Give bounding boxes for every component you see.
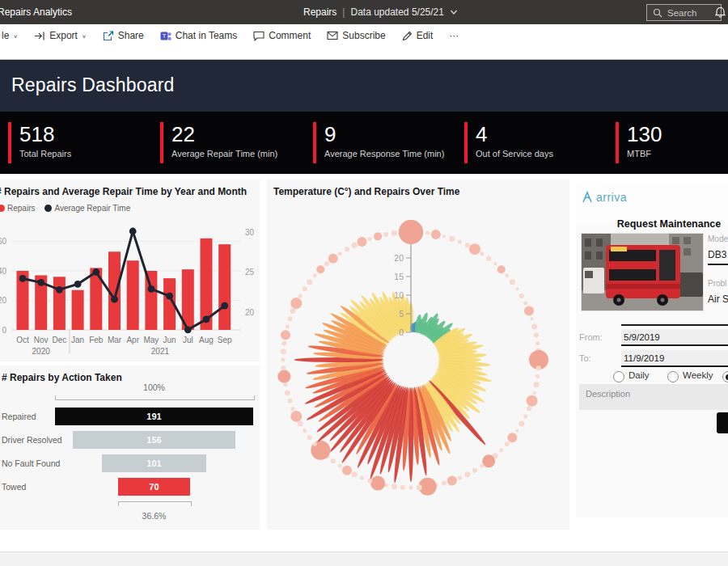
line-point-apr[interactable] [129, 228, 137, 235]
repairs-ring-dot[interactable] [442, 234, 446, 238]
repairs-ring-dot[interactable] [417, 484, 422, 490]
funnel-bar-no-fault-found[interactable]: 101 [102, 454, 207, 472]
repairs-ring-dot[interactable] [290, 411, 302, 422]
repairs-ring-dot[interactable] [515, 429, 518, 433]
repairs-ring-dot[interactable] [425, 231, 430, 235]
repairs-ring-dot[interactable] [480, 251, 484, 256]
repairs-ring-dot[interactable] [281, 365, 286, 370]
repairs-ring-dot[interactable] [284, 382, 288, 386]
repairs-ring-dot[interactable] [281, 340, 286, 345]
repairs-ring-dot[interactable] [313, 273, 317, 277]
menu-comment[interactable]: Comment [245, 24, 319, 47]
search-input[interactable]: Search [646, 4, 722, 21]
repairs-ring-dot[interactable] [316, 265, 324, 273]
description-input[interactable]: Description [579, 384, 728, 410]
repairs-ring-dot[interactable] [505, 441, 510, 446]
repairs-ring-dot[interactable] [409, 486, 413, 490]
repairs-ring-dot[interactable] [374, 232, 382, 240]
menu-export[interactable]: Export∨ [26, 24, 95, 47]
repairs-ring-dot[interactable] [358, 237, 367, 247]
repairs-ring-dot[interactable] [360, 475, 364, 479]
repairs-ring-dot[interactable] [464, 471, 470, 477]
repairs-ring-dot[interactable] [482, 454, 495, 467]
repairs-ring-dot[interactable] [298, 421, 303, 427]
notifications-button[interactable] [715, 6, 726, 18]
repairs-ring-dot[interactable] [449, 236, 455, 242]
repairs-ring-dot[interactable] [287, 316, 292, 321]
repairs-ring-dot[interactable] [458, 475, 462, 479]
problem-value[interactable]: Air S [708, 294, 728, 305]
repairs-ring-dot[interactable] [290, 298, 302, 309]
radio-monthly[interactable] [722, 371, 728, 382]
menu-more-options[interactable]: ··· [441, 24, 467, 47]
repairs-ring-dot[interactable] [338, 464, 342, 468]
repairs-ring-dot[interactable] [324, 261, 329, 266]
repairs-ring-dot[interactable] [505, 273, 509, 277]
repairs-ring-dot[interactable] [469, 243, 480, 255]
repairs-ring-dot[interactable] [480, 464, 484, 468]
submit-button[interactable] [717, 412, 728, 433]
repairs-ring-dot[interactable] [313, 442, 317, 446]
repairs-ring-dot[interactable] [342, 466, 352, 475]
repairs-ring-dot[interactable] [392, 230, 397, 236]
repairs-ring-dot[interactable] [536, 365, 541, 370]
repairs-ring-dot[interactable] [527, 395, 538, 407]
avg-repair-time-line[interactable] [23, 231, 225, 330]
repairs-ring-dot[interactable] [534, 332, 539, 337]
line-point-oct[interactable] [19, 275, 27, 282]
repairs-ring-dot[interactable] [352, 471, 358, 477]
repairs-ring-dot[interactable] [298, 294, 303, 298]
repairs-ring-dot[interactable] [277, 370, 290, 383]
repairs-ring-dot[interactable] [367, 479, 372, 484]
repairs-ring-dot[interactable] [290, 308, 296, 314]
repairs-ring-dot[interactable] [523, 302, 527, 306]
model-value[interactable]: DB3 [708, 249, 726, 260]
bar-jan[interactable] [72, 290, 84, 330]
repairs-ring-dot[interactable] [328, 254, 338, 264]
repairs-ring-dot[interactable] [510, 279, 515, 285]
repairs-ring-dot[interactable] [281, 330, 290, 340]
radio-weekly[interactable] [667, 371, 679, 382]
repairs-ring-dot[interactable] [307, 279, 312, 285]
bar-mar[interactable] [108, 251, 121, 330]
combo-chart[interactable]: 6040200202530OctNovDecJanFebMarAprMayJun… [0, 213, 260, 366]
line-point-jul[interactable] [184, 326, 192, 333]
menu-share[interactable]: Share [95, 24, 152, 47]
repairs-ring-dot-top[interactable] [399, 220, 423, 244]
line-point-mar[interactable] [111, 296, 118, 303]
repairs-ring-dot[interactable] [400, 485, 405, 490]
repairs-ring-dot[interactable] [442, 481, 447, 486]
line-point-nov[interactable] [37, 279, 44, 286]
repairs-ring-dot[interactable] [281, 358, 286, 362]
repairs-ring-dot[interactable] [465, 243, 470, 247]
repairs-ring-dot[interactable] [515, 287, 518, 290]
repairs-ring-dot[interactable] [307, 435, 312, 440]
repairs-ring-dot[interactable] [331, 458, 336, 463]
repairs-ring-dot[interactable] [523, 414, 527, 418]
line-point-dec[interactable] [56, 286, 63, 294]
radial-chart[interactable]: 05101520 [267, 197, 569, 529]
line-point-jun[interactable] [166, 293, 173, 300]
repairs-ring-dot[interactable] [352, 243, 358, 248]
bar-apr[interactable] [127, 260, 139, 330]
repairs-ring-dot[interactable] [338, 251, 342, 256]
menu-file[interactable]: le∨ [0, 24, 26, 47]
funnel-bar-driver-resolved[interactable]: 156 [73, 431, 235, 449]
repairs-ring-dot[interactable] [527, 406, 531, 411]
repairs-ring-dot[interactable] [497, 265, 506, 273]
repairs-ring-dot[interactable] [431, 230, 441, 239]
repairs-ring-dot[interactable] [531, 324, 537, 330]
bar-may[interactable] [145, 271, 157, 330]
data-updated[interactable]: Data updated 5/25/21 [350, 6, 443, 18]
repairs-ring-dot[interactable] [368, 237, 372, 241]
bar-sep[interactable] [218, 244, 231, 330]
menu-subscribe[interactable]: Subscribe [319, 24, 393, 47]
line-point-aug[interactable] [203, 316, 210, 323]
repairs-ring-dot[interactable] [533, 391, 536, 395]
repairs-ring-dot[interactable] [345, 247, 349, 251]
repairs-ring-dot[interactable] [370, 476, 385, 491]
line-point-sep[interactable] [221, 302, 228, 310]
repairs-ring-dot[interactable] [392, 484, 397, 489]
repairs-ring-dot[interactable] [535, 374, 540, 378]
repairs-ring-dot[interactable] [531, 317, 534, 320]
